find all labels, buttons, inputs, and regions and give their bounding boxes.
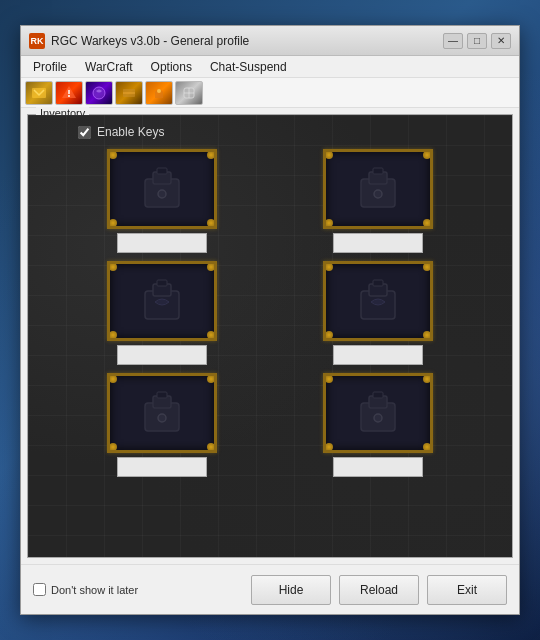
menu-warcraft[interactable]: WarCraft — [77, 58, 141, 76]
corner-gem-bl-1 — [325, 219, 333, 227]
slot-cell-5 — [274, 373, 482, 477]
app-icon: RK — [29, 33, 45, 49]
slot-frame-3 — [323, 261, 433, 341]
toolbar-button-2[interactable] — [85, 81, 113, 105]
enable-keys-checkbox[interactable] — [78, 126, 91, 139]
reload-button[interactable]: Reload — [339, 575, 419, 605]
slot-frame-0 — [107, 149, 217, 229]
corner-gem-br-5 — [423, 443, 431, 451]
window-title: RGC Warkeys v3.0b - General profile — [51, 34, 249, 48]
key-input-5[interactable] — [333, 457, 423, 477]
corner-gem-bl-3 — [325, 331, 333, 339]
hide-button[interactable]: Hide — [251, 575, 331, 605]
key-input-1[interactable] — [333, 233, 423, 253]
toolbar-button-3[interactable] — [115, 81, 143, 105]
svg-rect-12 — [157, 168, 167, 174]
slot-icon-5 — [348, 386, 408, 441]
toolbar — [21, 78, 519, 108]
svg-rect-0 — [32, 88, 46, 98]
menu-chat-suspend[interactable]: Chat-Suspend — [202, 58, 295, 76]
key-input-2[interactable] — [117, 345, 207, 365]
corner-gem-bl-2 — [109, 331, 117, 339]
corner-gem-br — [207, 219, 215, 227]
title-controls: — □ ✕ — [443, 33, 511, 49]
corner-gem-tr — [207, 151, 215, 159]
key-input-4[interactable] — [117, 457, 207, 477]
svg-point-3 — [93, 87, 105, 99]
enable-keys-label: Enable Keys — [97, 125, 164, 139]
corner-gem-tl-4 — [109, 375, 117, 383]
main-window: RK RGC Warkeys v3.0b - General profile —… — [20, 25, 520, 615]
corner-gem-br-4 — [207, 443, 215, 451]
svg-rect-23 — [373, 280, 383, 286]
maximize-button[interactable]: □ — [467, 33, 487, 49]
svg-point-17 — [374, 190, 382, 198]
slot-icon-2 — [132, 274, 192, 329]
svg-point-13 — [158, 190, 166, 198]
title-bar: RK RGC Warkeys v3.0b - General profile —… — [21, 26, 519, 56]
enable-keys-row: Enable Keys — [28, 115, 512, 145]
corner-gem-tr-1 — [423, 151, 431, 159]
dont-show-container: Don't show it later — [33, 583, 243, 596]
svg-point-27 — [158, 414, 166, 422]
slot-icon-0 — [132, 162, 192, 217]
svg-rect-20 — [157, 280, 167, 286]
inventory-panel: Enable Keys — [28, 115, 512, 557]
slot-icon-4 — [132, 386, 192, 441]
key-input-0[interactable] — [117, 233, 207, 253]
key-input-3[interactable] — [333, 345, 423, 365]
close-button[interactable]: ✕ — [491, 33, 511, 49]
slot-frame-2 — [107, 261, 217, 341]
slot-cell-3 — [274, 261, 482, 365]
corner-gem-bl-5 — [325, 443, 333, 451]
menu-profile[interactable]: Profile — [25, 58, 75, 76]
slots-grid — [28, 145, 512, 493]
corner-gem-tl-3 — [325, 263, 333, 271]
content-area: Inventory Enable Keys — [21, 108, 519, 564]
corner-gem-tl-2 — [109, 263, 117, 271]
corner-gem-tl — [109, 151, 117, 159]
svg-point-6 — [157, 89, 161, 93]
inventory-group: Inventory Enable Keys — [27, 114, 513, 558]
toolbar-button-1[interactable] — [55, 81, 83, 105]
menu-options[interactable]: Options — [143, 58, 200, 76]
menu-bar: Profile WarCraft Options Chat-Suspend — [21, 56, 519, 78]
corner-gem-tr-4 — [207, 375, 215, 383]
dont-show-checkbox[interactable] — [33, 583, 46, 596]
slot-icon-3 — [348, 274, 408, 329]
svg-point-2 — [68, 95, 70, 97]
slot-frame-4 — [107, 373, 217, 453]
minimize-button[interactable]: — — [443, 33, 463, 49]
corner-gem-tl-5 — [325, 375, 333, 383]
title-bar-left: RK RGC Warkeys v3.0b - General profile — [29, 33, 249, 49]
corner-gem-bl-4 — [109, 443, 117, 451]
toolbar-button-0[interactable] — [25, 81, 53, 105]
dont-show-label: Don't show it later — [51, 584, 138, 596]
slot-cell-0 — [58, 149, 266, 253]
corner-gem-tr-3 — [423, 263, 431, 271]
exit-button[interactable]: Exit — [427, 575, 507, 605]
slot-cell-4 — [58, 373, 266, 477]
corner-gem-tr-2 — [207, 263, 215, 271]
corner-gem-br-2 — [207, 331, 215, 339]
svg-rect-30 — [373, 392, 383, 398]
slot-cell-2 — [58, 261, 266, 365]
bottom-bar: Don't show it later Hide Reload Exit — [21, 564, 519, 614]
slot-frame-5 — [323, 373, 433, 453]
corner-gem-tr-5 — [423, 375, 431, 383]
slot-cell-1 — [274, 149, 482, 253]
slot-frame-1 — [323, 149, 433, 229]
slot-icon-1 — [348, 162, 408, 217]
toolbar-button-4[interactable] — [145, 81, 173, 105]
corner-gem-tl-1 — [325, 151, 333, 159]
corner-gem-bl — [109, 219, 117, 227]
svg-point-31 — [374, 414, 382, 422]
corner-gem-br-1 — [423, 219, 431, 227]
toolbar-button-5[interactable] — [175, 81, 203, 105]
svg-rect-16 — [373, 168, 383, 174]
svg-rect-26 — [157, 392, 167, 398]
corner-gem-br-3 — [423, 331, 431, 339]
